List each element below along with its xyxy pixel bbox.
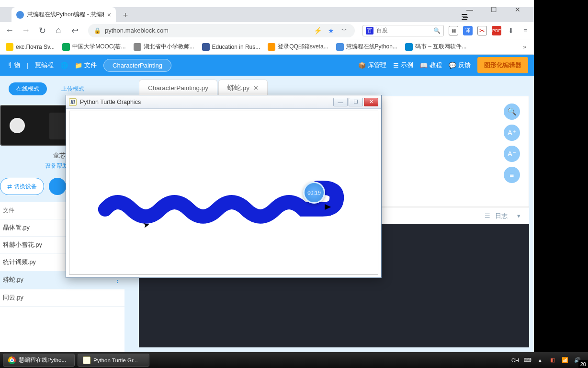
- screenshot-icon[interactable]: [477, 26, 487, 35]
- bookmark-favicon-icon: [202, 43, 210, 51]
- examples-button[interactable]: ☰ 示例: [393, 61, 413, 69]
- flash-icon[interactable]: ⚡: [313, 26, 322, 35]
- tab-close-button[interactable]: ×: [107, 11, 111, 19]
- search-engine-label: 百度: [376, 26, 388, 34]
- taskbar-item-label: 慧编程在线Pytho...: [19, 356, 66, 364]
- url-text: python.makeblock.com: [105, 27, 309, 34]
- console-label: 日志: [495, 212, 508, 220]
- toolbar-right: ▦ 译 PDF ⬇ ≡: [449, 26, 530, 35]
- bookmark-item[interactable]: 码市 – 互联网软件...: [402, 41, 469, 53]
- bookmark-item[interactable]: 中国大学MOOC(慕...: [59, 41, 128, 53]
- search-tool-button[interactable]: 🔍: [504, 104, 520, 120]
- font-increase-button[interactable]: A⁺: [504, 125, 520, 141]
- bookmarks-overflow-button[interactable]: »: [518, 42, 531, 52]
- bookmark-label: 湖北省中小学教师...: [144, 43, 194, 51]
- url-input[interactable]: 🔒 python.makeblock.com ⚡ ★ ﹀: [88, 24, 355, 37]
- battery-tray-icon[interactable]: ◧: [549, 356, 556, 364]
- bookmark-item[interactable]: 慧编程在线Python...: [333, 41, 400, 53]
- turtle-close-button[interactable]: ✕: [364, 98, 378, 106]
- bookmark-item[interactable]: екс.Почта Sv...: [3, 41, 57, 53]
- bookmark-item[interactable]: 登录QQ邮箱sveta...: [265, 41, 331, 53]
- system-tray: CH ⌨ ▴ ◧ 📶 🔊: [511, 356, 585, 364]
- reading-list-icon[interactable]: ☰̶: [457, 12, 472, 22]
- new-tab-button[interactable]: +: [119, 9, 132, 22]
- switch-device-button[interactable]: ⇄ 切换设备: [0, 178, 44, 195]
- editor-tab[interactable]: CharacterPainting.py: [139, 80, 217, 96]
- editor-tab-label: CharacterPainting.py: [148, 84, 208, 92]
- keyboard-tray-icon[interactable]: ⌨: [524, 356, 531, 364]
- bookmark-favicon-icon: [134, 43, 141, 51]
- mode-upload-pill[interactable]: 上传模式: [54, 82, 92, 95]
- format-button[interactable]: ≡: [504, 167, 520, 183]
- recording-timer-badge[interactable]: 00:19: [303, 182, 325, 204]
- editor-tab[interactable]: 蟒蛇.py✕: [218, 80, 268, 96]
- corner-overlay: 20: [578, 360, 588, 368]
- bookmark-item[interactable]: 湖北省中小学教师...: [131, 41, 197, 53]
- window-close-button[interactable]: [510, 6, 525, 13]
- bookmark-label: 码市 – 互联网软件...: [415, 43, 466, 51]
- feedback-button[interactable]: 💬 反馈: [449, 61, 471, 69]
- turtle-titlebar[interactable]: Python Turtle Graphics — ☐ ✕: [66, 95, 381, 109]
- app-header: 刂 物 | 慧编程 🌐 📁 文件 CharacterPainting 📦 库管理…: [0, 55, 534, 76]
- wifi-tray-icon[interactable]: 📶: [561, 356, 569, 364]
- chevron-down-icon[interactable]: ﹀: [339, 26, 349, 35]
- address-bar: ← → ↻ ⌂ ↩ 🔒 python.makeblock.com ⚡ ★ ﹀ 百…: [0, 22, 534, 39]
- file-item[interactable]: 同云.py: [0, 289, 124, 307]
- file-menu-label: 文件: [84, 61, 97, 69]
- window-minimize-button[interactable]: [462, 6, 477, 13]
- menu-icon[interactable]: ≡: [520, 26, 530, 35]
- taskbar-item[interactable]: 慧编程在线Pytho...: [3, 354, 75, 367]
- bookmark-label: екс.Почта Sv...: [16, 44, 55, 50]
- pdf-icon[interactable]: PDF: [492, 26, 501, 35]
- bookmark-label: 慧编程在线Python...: [346, 43, 397, 51]
- connect-device-button[interactable]: [49, 178, 66, 195]
- window-controls: [462, 6, 534, 13]
- bookmark-item[interactable]: Education in Rus...: [199, 41, 263, 53]
- nav-reload-button[interactable]: ↻: [36, 25, 48, 36]
- browser-search-box[interactable]: 百 百度 🔍: [362, 25, 444, 36]
- console-collapse-icon[interactable]: ▾: [517, 212, 520, 219]
- turtle-window-title: Python Turtle Graphics: [80, 99, 330, 105]
- project-name-input[interactable]: CharacterPainting: [103, 59, 171, 72]
- globe-language-button[interactable]: 🌐: [60, 62, 68, 69]
- turtle-minimize-button[interactable]: —: [333, 98, 348, 106]
- favicon-icon: [16, 11, 24, 19]
- editor-tab-label: 蟒蛇.py: [227, 84, 249, 92]
- library-manager-button[interactable]: 📦 库管理: [358, 61, 386, 69]
- bookmark-label: 登录QQ邮箱sveta...: [278, 43, 328, 51]
- download-icon[interactable]: ⬇: [506, 26, 516, 35]
- taskbar-item[interactable]: Python Turtle Gr...: [78, 354, 149, 367]
- editor-side-tools: 🔍 A⁺ A⁻ ≡: [504, 104, 520, 183]
- editor-tab-close-button[interactable]: ✕: [253, 84, 259, 92]
- translate-icon[interactable]: 译: [463, 26, 473, 35]
- window-titlebar: [0, 0, 534, 7]
- brand-label-b: 慧编程: [35, 61, 54, 69]
- file-name: 科赫小雪花.py: [3, 241, 42, 249]
- star-icon[interactable]: ★: [326, 26, 336, 35]
- ime-indicator[interactable]: CH: [511, 357, 519, 363]
- qr-icon[interactable]: ▦: [449, 26, 458, 35]
- mode-online-pill[interactable]: 在线模式: [9, 82, 47, 95]
- tutorials-button[interactable]: 📖 教程: [420, 61, 442, 69]
- file-menu-button[interactable]: 📁 文件: [75, 61, 97, 69]
- browser-tab-active[interactable]: 慧编程在线Python编程 - 慧编程 ×: [11, 7, 116, 22]
- taskbar-app-icon: [83, 356, 90, 364]
- bookmark-favicon-icon: [336, 43, 344, 51]
- nav-back-button[interactable]: ←: [4, 25, 15, 36]
- block-editor-button[interactable]: 图形化编辑器: [477, 57, 528, 73]
- window-maximize-button[interactable]: [486, 6, 501, 13]
- file-name: 同云.py: [3, 294, 23, 302]
- nav-forward-button[interactable]: →: [20, 25, 32, 36]
- nav-home-button[interactable]: ⌂: [53, 25, 64, 36]
- taskbar: 慧编程在线Pytho...Python Turtle Gr... CH ⌨ ▴ …: [0, 352, 588, 368]
- bookmarks-bar: екс.Почта Sv...中国大学MOOC(慕...湖北省中小学教师...E…: [0, 39, 534, 55]
- taskbar-item-label: Python Turtle Gr...: [93, 357, 138, 363]
- search-magnifier-icon[interactable]: 🔍: [433, 27, 441, 34]
- nav-undo-button[interactable]: ↩: [69, 25, 80, 36]
- turtle-maximize-button[interactable]: ☐: [349, 98, 363, 106]
- folder-icon: 📁: [75, 62, 82, 69]
- tray-expand-icon[interactable]: ▴: [536, 356, 544, 364]
- snake-body: [105, 188, 337, 217]
- font-decrease-button[interactable]: A⁻: [504, 146, 520, 162]
- turtle-window[interactable]: Python Turtle Graphics — ☐ ✕ 00:19: [66, 95, 382, 278]
